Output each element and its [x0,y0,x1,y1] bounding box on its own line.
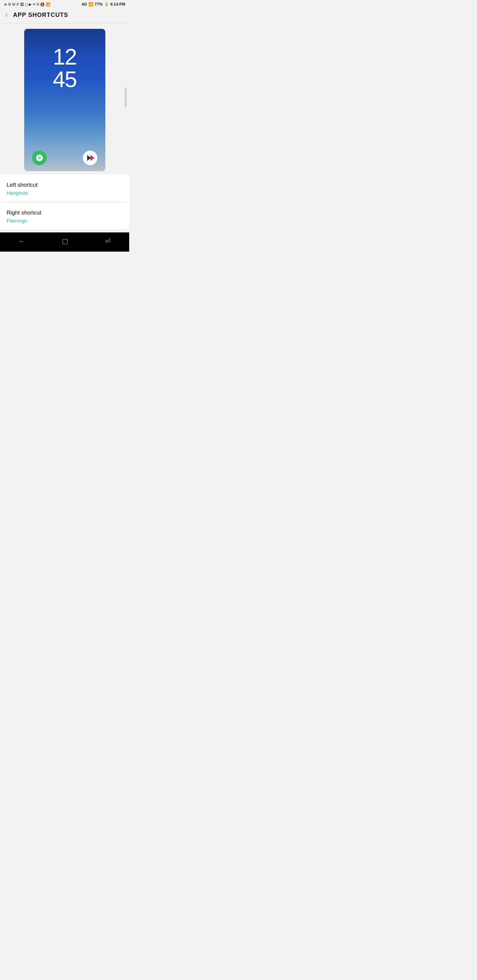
clock-minute: 45 [24,68,105,91]
time-display: 4:14 PM [110,2,125,6]
missed-call-icon: ✗ [16,2,19,6]
hangouts-icon [35,154,43,162]
wifi-icon: 📶 [46,2,50,6]
battery-icon: 🔋 [104,2,109,6]
youtube-icon: ▶ [29,2,32,6]
notification-icon-1: ⊕ [4,2,7,6]
mute-icon: 🔇 [40,2,45,6]
clock-display: 12 45 [24,45,105,91]
header: ‹ APP SHORTCUTS [0,8,129,24]
nav-recent-button[interactable]: ⏎ [105,237,111,245]
back-button[interactable]: ‹ [5,11,8,19]
settings-icon: ⚙ [8,2,11,6]
scroll-indicator [125,88,126,107]
flamingo-icon [86,154,94,162]
nav-home-button[interactable]: ▢ [62,237,68,245]
clock-hour: 12 [24,45,105,68]
network-icon: 4G [82,2,87,6]
left-shortcut-item[interactable]: Left shortcut Hangouts [0,175,129,202]
main-content: 12 45 [0,24,129,232]
gallery-icon: 🖼 [20,2,24,6]
left-shortcut-icon [32,151,47,165]
nav-back-button[interactable]: ← [19,237,25,245]
app-shortcuts-page: ⊕ ⚙ M ✗ 🖼 ◻ ▶ ✦ N 🔇 📶 4G 📶 77% 🔋 4:14 PM… [0,0,129,251]
nav-bar: ← ▢ ⏎ [0,232,129,251]
right-shortcut-item[interactable]: Right shortcut Flamingo [0,202,129,229]
right-shortcut-icon [83,151,97,165]
right-shortcut-value: Flamingo [6,218,123,223]
bluetooth-icon: ✦ [32,2,35,6]
battery-percent: 77% [95,2,103,6]
page-title: APP SHORTCUTS [13,11,68,19]
right-shortcut-label: Right shortcut [6,210,123,216]
gmail-icon: M [12,2,15,6]
signal-bars: 📶 [88,2,93,6]
nfc-icon: N [37,2,39,6]
lock-screen-preview: 12 45 [24,29,105,171]
status-right: 4G 📶 77% 🔋 4:14 PM [82,2,125,6]
status-bar: ⊕ ⚙ M ✗ 🖼 ◻ ▶ ✦ N 🔇 📶 4G 📶 77% 🔋 4:14 PM [0,0,129,8]
left-shortcut-value: Hangouts [6,190,123,196]
preview-wrapper: 12 45 [0,24,129,171]
shortcuts-list: Left shortcut Hangouts Right shortcut Fl… [0,175,129,229]
left-shortcut-label: Left shortcut [6,182,123,188]
status-icons-left: ⊕ ⚙ M ✗ 🖼 ◻ ▶ ✦ N 🔇 📶 [4,2,50,6]
preview-shortcut-icons [24,151,105,165]
instagram-icon: ◻ [25,2,28,6]
